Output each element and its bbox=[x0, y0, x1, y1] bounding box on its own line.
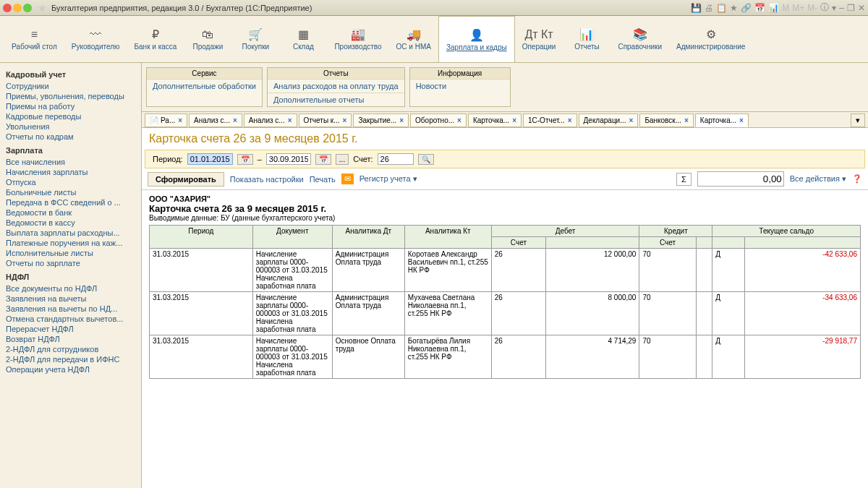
toolbox-title: Информация bbox=[410, 68, 510, 79]
close-icon[interactable]: × bbox=[684, 116, 689, 124]
sidebar-link[interactable]: Перерасчет НДФЛ bbox=[6, 324, 140, 334]
document-tab[interactable]: Карточка...× bbox=[468, 114, 522, 127]
document-tab[interactable]: Отчеты к...× bbox=[299, 114, 352, 127]
window-title: Бухгалтерия предприятия, редакция 3.0 / … bbox=[51, 4, 691, 12]
sidebar-link[interactable]: Платежные поручения на каж... bbox=[6, 238, 140, 248]
sidebar-link[interactable]: Кадровые переводы bbox=[6, 111, 140, 121]
document-tab[interactable]: Закрытие...× bbox=[353, 114, 409, 127]
all-actions-link[interactable]: Все действия ▾ bbox=[790, 174, 846, 184]
sidebar-link[interactable]: 2-НДФЛ для передачи в ИФНС bbox=[6, 354, 140, 364]
close-icon[interactable]: × bbox=[399, 116, 404, 124]
nav-Рабочий-стол[interactable]: ≡Рабочий стол bbox=[4, 16, 64, 62]
nav-Руководителю[interactable]: 〰Руководителю bbox=[64, 16, 127, 62]
sum-icon[interactable]: Σ bbox=[676, 173, 692, 186]
register-link[interactable]: Регистр учета ▾ bbox=[359, 174, 417, 184]
account-input[interactable] bbox=[378, 153, 414, 165]
nav-Производство[interactable]: 🏭Производство bbox=[327, 16, 388, 62]
help-icon[interactable]: ❓ bbox=[852, 174, 862, 184]
toolbox-link[interactable]: Анализ расходов на оплату труда bbox=[268, 79, 404, 93]
document-tab[interactable]: 📄Ра...× bbox=[145, 114, 187, 127]
sidebar-link[interactable]: Приемы на работу bbox=[6, 101, 140, 111]
table-row[interactable]: 31.03.2015Начисление зарплаты 0000-00000… bbox=[150, 249, 861, 292]
toolbox-link[interactable]: Дополнительные обработки bbox=[147, 79, 262, 93]
sidebar-link[interactable]: Отмена стандартных вычетов... bbox=[6, 314, 140, 324]
document-tab[interactable]: Оборотно...× bbox=[410, 114, 467, 127]
sum-input[interactable] bbox=[697, 171, 784, 187]
page-title: Карточка счета 26 за 9 месяцев 2015 г. bbox=[142, 128, 868, 150]
nav-ОС-и-НМА[interactable]: 🚚ОС и НМА bbox=[389, 16, 438, 62]
col-credit: Кредит bbox=[639, 226, 712, 237]
sidebar-link[interactable]: Все документы по НДФЛ bbox=[6, 283, 140, 294]
titlebar-tools[interactable]: 💾🖨📋★🔗📅📊MM+M-ⓘ▾–❐✕ bbox=[691, 1, 865, 14]
calendar-icon[interactable]: 📅 bbox=[315, 154, 331, 165]
window-controls[interactable] bbox=[3, 4, 32, 12]
form-button[interactable]: Сформировать bbox=[148, 172, 224, 187]
tab-label: Банковск... bbox=[644, 116, 681, 124]
nav-Справочники[interactable]: 📚Справочники bbox=[610, 16, 669, 62]
sidebar-link[interactable]: Ведомости в кассу bbox=[6, 218, 140, 228]
sidebar-link[interactable]: Ведомости в банк bbox=[6, 207, 140, 218]
period-to-input[interactable] bbox=[266, 153, 311, 165]
sidebar-link[interactable]: Заявления на вычеты bbox=[6, 294, 140, 304]
close-icon[interactable]: × bbox=[233, 116, 237, 124]
sidebar-link[interactable]: Отчеты по зарплате bbox=[6, 258, 140, 268]
sidebar-link[interactable]: Больничные листы bbox=[6, 187, 140, 197]
sidebar-link[interactable]: Выплата зарплаты расходны... bbox=[6, 228, 140, 238]
sidebar-link[interactable]: Увольнения bbox=[6, 121, 140, 132]
sidebar-link[interactable]: Операции учета НДФЛ bbox=[6, 364, 140, 374]
toolbox-link[interactable]: Дополнительные отчеты bbox=[268, 93, 404, 106]
sidebar-link[interactable]: Передача в ФСС сведений о ... bbox=[6, 197, 140, 207]
close-icon[interactable]: × bbox=[568, 116, 572, 124]
document-tab[interactable]: Анализ с...× bbox=[244, 114, 297, 127]
document-tab[interactable]: Деклараци...× bbox=[579, 114, 639, 127]
col-debit-acc: Счет bbox=[491, 237, 545, 249]
col-document: Документ bbox=[252, 226, 332, 249]
close-icon[interactable]: × bbox=[343, 116, 347, 124]
account-lookup-button[interactable]: 🔍 bbox=[418, 154, 434, 165]
period-from-input[interactable]: 01.01.2015 bbox=[187, 153, 233, 165]
sidebar-link[interactable]: Приемы, увольнения, переводы bbox=[6, 91, 140, 101]
close-icon[interactable]: × bbox=[288, 116, 292, 124]
sidebar-link[interactable]: Сотрудники bbox=[6, 81, 140, 91]
nav-label: Продажи bbox=[193, 43, 224, 51]
account-label: Счет: bbox=[353, 155, 373, 163]
col-period: Период bbox=[150, 226, 253, 249]
close-icon[interactable]: × bbox=[739, 116, 744, 124]
calendar-icon[interactable]: 📅 bbox=[237, 154, 253, 165]
print-link[interactable]: Печать bbox=[310, 175, 336, 184]
nav-Отчеты[interactable]: 📊Отчеты bbox=[563, 16, 610, 62]
table-row[interactable]: 31.03.2015Начисление зарплаты 0000-00000… bbox=[150, 292, 861, 335]
sidebar-link[interactable]: Возврат НДФЛ bbox=[6, 334, 140, 344]
sidebar-link[interactable]: Начисления зарплаты bbox=[6, 167, 140, 177]
sidebar-link[interactable]: 2-НДФЛ для сотрудников bbox=[6, 344, 140, 354]
period-more-button[interactable]: ... bbox=[336, 154, 349, 165]
nav-Продажи[interactable]: 🛍Продажи bbox=[184, 16, 231, 62]
close-icon[interactable]: × bbox=[512, 116, 516, 124]
document-tab[interactable]: Анализ с...× bbox=[189, 114, 242, 127]
document-tab[interactable]: Карточка...× bbox=[695, 114, 749, 127]
close-icon[interactable]: × bbox=[629, 116, 634, 124]
sidebar-link[interactable]: Отпуска bbox=[6, 177, 140, 187]
document-tab[interactable]: 1С-Отчет...× bbox=[523, 114, 577, 127]
sidebar-link[interactable]: Исполнительные листы bbox=[6, 248, 140, 258]
window-titlebar: ★ Бухгалтерия предприятия, редакция 3.0 … bbox=[0, 0, 868, 16]
nav-Зарплата-и-кадры[interactable]: 👤Зарплата и кадры bbox=[438, 16, 515, 62]
email-icon[interactable]: ✉ bbox=[341, 174, 354, 184]
close-icon[interactable]: × bbox=[178, 116, 182, 124]
show-settings-link[interactable]: Показать настройки bbox=[230, 175, 304, 184]
close-icon[interactable]: × bbox=[457, 116, 461, 124]
document-tab[interactable]: Банковск...× bbox=[639, 114, 693, 127]
nav-Склад[interactable]: ▦Склад bbox=[279, 16, 327, 62]
sidebar-link[interactable]: Отчеты по кадрам bbox=[6, 132, 140, 142]
nav-label: Отчеты bbox=[574, 43, 600, 51]
toolbox-link[interactable]: Новости bbox=[410, 79, 510, 93]
nav-Операции[interactable]: Дт КтОперации bbox=[515, 16, 563, 62]
sidebar-link[interactable]: Все начисления bbox=[6, 157, 140, 167]
nav-Банк-и-касса[interactable]: ₽Банк и касса bbox=[127, 16, 184, 62]
sidebar-link[interactable]: Заявления на вычеты по НД... bbox=[6, 304, 140, 314]
tabs-more[interactable]: ▾ bbox=[851, 114, 865, 127]
nav-Администрирование[interactable]: ⚙Администрирование bbox=[669, 16, 752, 62]
table-row[interactable]: 31.03.2015Начисление зарплаты 0000-00000… bbox=[150, 335, 861, 379]
nav-Покупки[interactable]: 🛒Покупки bbox=[231, 16, 279, 62]
favorite-icon[interactable]: ★ bbox=[38, 2, 47, 14]
